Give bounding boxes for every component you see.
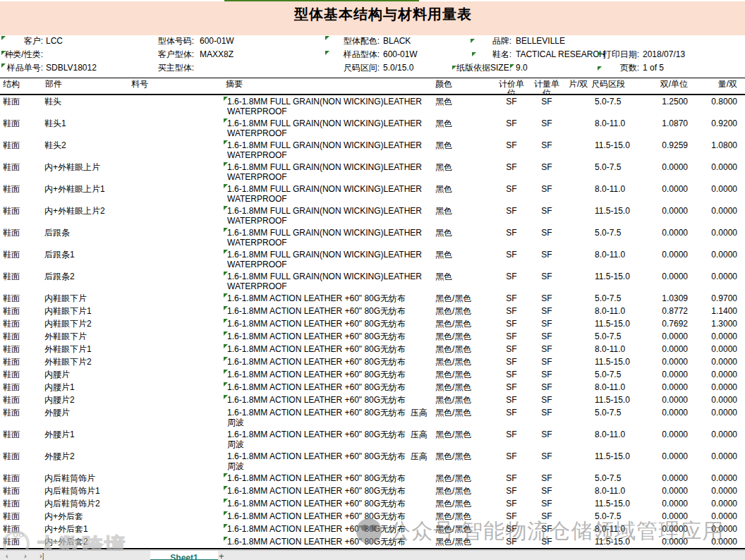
cell-size-range[interactable]: 5.0-7.5	[595, 293, 621, 303]
cell-pairs-per-unit[interactable]: 0.9259	[638, 140, 688, 150]
header-field-label[interactable]: 种类/性类:	[0, 49, 43, 60]
cell-structure[interactable]: 鞋面	[3, 250, 20, 260]
cell-size-range[interactable]: 11.5-15.0	[595, 537, 630, 547]
cell-structure[interactable]: 鞋面	[3, 524, 20, 534]
cell-pairs-per-unit[interactable]: 0.0000	[638, 511, 688, 521]
cell-price-unit[interactable]: SF	[497, 97, 526, 106]
cell-structure[interactable]: 鞋面	[3, 408, 20, 418]
sheet-nav-prev-icon[interactable]: ‹	[6, 552, 8, 560]
cell-summary[interactable]: 1.6-1.8MM FULL GRAIN(NON WICKING)LEATHER…	[227, 184, 439, 204]
column-header-summary[interactable]: 摘要	[226, 80, 243, 89]
cell-measure-unit[interactable]: SF	[533, 293, 561, 303]
cell-summary[interactable]: 1.6-1.8MM ACTION LEATHER +60" 80G无纺布	[227, 511, 439, 521]
cell-price-unit[interactable]: SF	[497, 395, 526, 405]
cell-pairs-per-unit[interactable]: 0.0000	[638, 344, 688, 354]
cell-measure-unit[interactable]: SF	[533, 511, 561, 521]
cell-measure-unit[interactable]: SF	[533, 118, 561, 128]
cell-summary[interactable]: 1.6-1.8MM ACTION LEATHER +60" 80G无纺布	[227, 293, 439, 303]
cell-size-range[interactable]: 8.0-11.0	[595, 430, 625, 439]
cell-color[interactable]: 黑色/黑色	[435, 331, 495, 341]
cell-pairs-per-unit[interactable]: 0.0000	[638, 395, 688, 405]
header-field-label[interactable]: 客户:	[0, 36, 43, 47]
cell-part[interactable]: 内鞋眼下片2	[44, 319, 92, 329]
cell-structure[interactable]: 鞋面	[3, 499, 20, 509]
cell-color[interactable]: 黑色/黑色	[435, 537, 495, 547]
header-field-label[interactable]: 纸版依据SIZE:	[406, 63, 511, 73]
cell-price-unit[interactable]: SF	[497, 537, 526, 547]
cell-color[interactable]: 黑色/黑色	[435, 382, 495, 392]
cell-part[interactable]: 内后鞋筒饰片1	[44, 486, 100, 496]
cell-color[interactable]: 黑色/黑色	[435, 370, 495, 379]
cell-price-unit[interactable]: SF	[497, 486, 526, 496]
cell-color[interactable]: 黑色/黑色	[435, 357, 495, 367]
cell-qty-per-pair[interactable]: 0.0000	[688, 206, 737, 216]
column-header-price-unit[interactable]: 计价单位	[497, 80, 526, 95]
cell-qty-per-pair[interactable]: 0.0000	[688, 537, 737, 547]
cell-part[interactable]: 内腰片	[44, 370, 70, 379]
cell-qty-per-pair[interactable]: 0.0000	[688, 331, 737, 341]
cell-structure[interactable]: 鞋面	[3, 473, 20, 483]
cell-qty-per-pair[interactable]: 0.9700	[688, 293, 737, 303]
cell-qty-per-pair[interactable]: 0.0000	[688, 451, 737, 461]
cell-summary[interactable]: 1.6-1.8MM FULL GRAIN(NON WICKING)LEATHER…	[227, 228, 439, 248]
cell-size-range[interactable]: 11.5-15.0	[595, 499, 630, 509]
cell-pairs-per-unit[interactable]: 0.0000	[638, 473, 688, 483]
cell-price-unit[interactable]: SF	[497, 331, 526, 341]
cell-summary[interactable]: 1.6-1.8MM FULL GRAIN(NON WICKING)LEATHER…	[227, 162, 439, 182]
column-header-measure-unit[interactable]: 计量单位	[533, 80, 561, 95]
cell-part[interactable]: 后跟条1	[44, 250, 75, 260]
cell-structure[interactable]: 鞋面	[3, 319, 20, 329]
cell-color[interactable]: 黑色	[435, 97, 495, 106]
cell-pairs-per-unit[interactable]: 0.0000	[638, 162, 688, 172]
cell-color[interactable]: 黑色	[435, 206, 495, 216]
header-field-value[interactable]: 1 of 5	[643, 63, 664, 73]
cell-summary[interactable]: 1.6-1.8MM FULL GRAIN(NON WICKING)LEATHER…	[227, 250, 439, 269]
cell-qty-per-pair[interactable]: 0.0000	[688, 228, 737, 238]
cell-price-unit[interactable]: SF	[497, 408, 526, 418]
cell-part[interactable]: 内腰片1	[44, 382, 75, 392]
cell-qty-per-pair[interactable]: 0.0000	[688, 511, 737, 521]
cell-qty-per-pair[interactable]: 0.0000	[688, 524, 737, 534]
cell-part[interactable]: 鞋头	[44, 97, 61, 106]
header-field-label[interactable]: 打印日期:	[533, 49, 639, 60]
cell-summary[interactable]: 1.6-1.8MM ACTION LEATHER +60" 80G无纺布	[227, 306, 439, 316]
cell-size-range[interactable]: 5.0-7.5	[595, 511, 621, 521]
cell-qty-per-pair[interactable]: 0.0000	[688, 382, 737, 392]
cell-size-range[interactable]: 5.0-7.5	[595, 370, 621, 379]
cell-qty-per-pair[interactable]: 0.0000	[688, 184, 737, 194]
cell-qty-per-pair[interactable]: 0.0000	[688, 486, 737, 496]
cell-size-range[interactable]: 11.5-15.0	[595, 451, 630, 461]
header-field-label[interactable]: 客户型体:	[88, 49, 194, 60]
cell-measure-unit[interactable]: SF	[533, 344, 561, 354]
cell-part[interactable]: 鞋头1	[44, 118, 66, 128]
cell-part[interactable]: 外腰片	[44, 408, 70, 418]
cell-part[interactable]: 内+外鞋眼上片	[44, 162, 100, 172]
cell-summary[interactable]: 1.6-1.8MM ACTION LEATHER +60" 80G无纺布	[227, 319, 439, 329]
cell-size-range[interactable]: 5.0-7.5	[595, 331, 621, 341]
cell-color[interactable]: 黑色	[435, 162, 495, 172]
cell-part[interactable]: 外鞋眼下片	[44, 331, 87, 341]
cell-size-range[interactable]: 11.5-15.0	[595, 319, 630, 329]
cell-summary[interactable]: 1.6-1.8MM ACTION LEATHER +60" 80G无纺布 压高周…	[227, 430, 439, 449]
cell-part[interactable]: 内腰片2	[44, 395, 75, 405]
cell-structure[interactable]: 鞋面	[3, 331, 20, 341]
cell-price-unit[interactable]: SF	[497, 206, 526, 216]
cell-part[interactable]: 后跟条	[44, 228, 70, 238]
cell-qty-per-pair[interactable]: 0.0000	[688, 272, 737, 281]
cell-color[interactable]: 黑色/黑色	[435, 395, 495, 405]
header-field-value[interactable]: 2018/07/13	[643, 49, 685, 60]
cell-price-unit[interactable]: SF	[497, 293, 526, 303]
cell-summary[interactable]: 1.6-1.8MM ACTION LEATHER +60" 80G无纺布	[227, 537, 439, 547]
sheet-tab-sheet1[interactable]: Sheet1	[150, 551, 218, 560]
cell-summary[interactable]: 1.6-1.8MM ACTION LEATHER +60" 80G无纺布	[227, 395, 439, 405]
cell-color[interactable]: 黑色/黑色	[435, 499, 495, 509]
cell-measure-unit[interactable]: SF	[533, 499, 561, 509]
cell-price-unit[interactable]: SF	[497, 140, 526, 150]
cell-color[interactable]: 黑色/黑色	[435, 486, 495, 496]
cell-size-range[interactable]: 8.0-11.0	[595, 344, 625, 354]
cell-pairs-per-unit[interactable]: 0.0000	[638, 184, 688, 194]
cell-color[interactable]: 黑色/黑色	[435, 524, 495, 534]
cell-size-range[interactable]: 11.5-15.0	[595, 272, 630, 281]
cell-measure-unit[interactable]: SF	[533, 162, 561, 172]
cell-color[interactable]: 黑色/黑色	[435, 473, 495, 483]
